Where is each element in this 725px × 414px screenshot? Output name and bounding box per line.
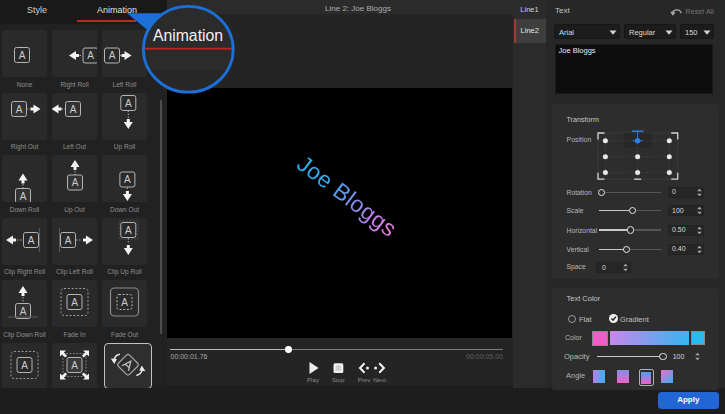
svg-text:A: A — [16, 103, 23, 114]
svg-text:A: A — [125, 224, 132, 235]
svg-text:A: A — [19, 50, 26, 61]
svg-text:A: A — [121, 297, 128, 308]
svg-text:A: A — [65, 234, 72, 245]
svg-text:A: A — [72, 177, 79, 188]
svg-text:Animation: Animation — [153, 27, 223, 44]
svg-text:A: A — [21, 359, 28, 370]
svg-text:A: A — [124, 174, 131, 185]
svg-text:A: A — [20, 191, 27, 202]
svg-text:A: A — [71, 297, 78, 308]
svg-text:A: A — [20, 306, 27, 317]
svg-text:A: A — [28, 234, 35, 245]
svg-text:A: A — [71, 359, 78, 370]
